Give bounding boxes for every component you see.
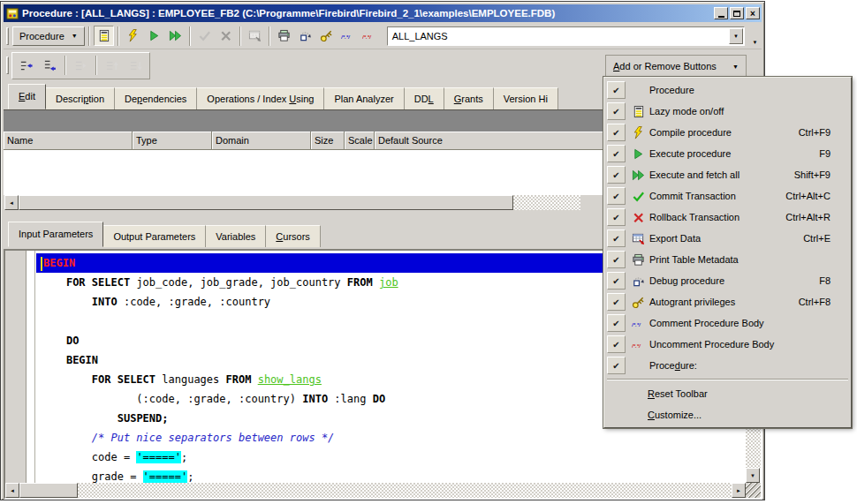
scrollbar-track[interactable] <box>78 483 732 498</box>
menu-item-icon-slot <box>630 147 647 161</box>
toolbar-options-button[interactable]: ▼ <box>748 25 762 48</box>
tab-dependencies[interactable]: Dependencies <box>115 87 197 109</box>
column-header-name[interactable]: Name <box>4 132 133 149</box>
window-title: Procedure : [ALL_LANGS] : EMPLOYEE_FB2 (… <box>19 8 710 19</box>
column-header-type[interactable]: Type <box>133 132 212 149</box>
procedure-selector-combobox[interactable]: ALL_LANGS ▼ <box>387 26 745 46</box>
menu-item-icon-slot <box>630 232 647 245</box>
minimize-button[interactable] <box>714 7 728 19</box>
comment-icon: /*.*/ <box>341 29 354 42</box>
scrollbar-track[interactable] <box>513 195 580 210</box>
compile-button[interactable] <box>123 26 143 46</box>
toolbar-buttons: /*.*//*.*/ <box>94 26 379 46</box>
menu-item-label: Lazy mode on/off <box>649 106 724 117</box>
scroll-right-button[interactable]: ► <box>732 483 746 498</box>
code-line[interactable]: grade = '====='; <box>41 467 746 483</box>
menu-item-compile-procedure[interactable]: ✔Compile procedureCtrl+F9 <box>605 122 850 143</box>
toolbar-grip[interactable] <box>6 27 9 45</box>
menu-item-label: Execute procedure <box>649 148 731 159</box>
scroll-left-button[interactable]: ◄ <box>4 195 19 210</box>
combobox-dropdown-arrow[interactable]: ▼ <box>729 28 743 44</box>
tab-edit[interactable]: Edit <box>8 84 46 109</box>
debug-button[interactable] <box>295 26 315 46</box>
tab-plan-analyzer[interactable]: Plan Analyzer <box>324 87 404 109</box>
table-link[interactable]: show_langs <box>258 373 322 386</box>
scroll-down-button[interactable]: ▼ <box>746 468 760 483</box>
menu-item-label: Compile procedure <box>649 127 732 138</box>
toolbar-grip[interactable] <box>6 56 9 74</box>
sql-text: grade = <box>41 470 143 483</box>
table-link[interactable]: job <box>379 276 398 289</box>
tab-ddl[interactable]: DDL <box>405 87 444 109</box>
tab-version-hi[interactable]: Version Hi <box>494 87 558 109</box>
scrollbar-thumb[interactable] <box>19 483 78 498</box>
menu-item-label: Debug procedure <box>649 275 724 286</box>
scroll-left-button[interactable]: ◄ <box>5 483 19 498</box>
maximize-button[interactable] <box>730 7 744 19</box>
menu-item-shortcut: Ctrl+Alt+C <box>785 191 850 201</box>
menu-item-debug-procedure[interactable]: ✔Debug procedureF8 <box>605 270 850 291</box>
column-header-scale[interactable]: Scale <box>345 132 375 149</box>
menu-item-export-data[interactable]: ✔Export DataCtrl+E <box>605 228 850 249</box>
menu-item-execute-and-fetch-all[interactable]: ✔Execute and fetch allShift+F9 <box>605 164 850 185</box>
menu-item-autogrant-privileges[interactable]: ✔Autogrant privilegesCtrl+F8 <box>605 291 850 312</box>
code-line[interactable]: code = '====='; <box>41 448 746 467</box>
menu-item-lazy-mode-on-off[interactable]: ✔Lazy mode on/off <box>605 101 850 122</box>
code-line[interactable]: /* Put nice separators between rows */ <box>41 428 746 448</box>
add-remove-buttons-button[interactable]: Add or Remove Buttons ▼ <box>605 55 747 78</box>
menu-item-procedure[interactable]: ✔Procedure: <box>605 355 850 376</box>
editor-hscrollbar[interactable]: ◄ ► <box>5 483 746 498</box>
sql-string: '=====' <box>143 470 188 483</box>
menu-item-execute-procedure[interactable]: ✔Execute procedureF9 <box>605 143 850 164</box>
tab-description[interactable]: Description <box>46 87 115 109</box>
close-button[interactable]: × <box>746 7 760 19</box>
menu-item-reset-toolbar[interactable]: Reset Toolbar <box>605 383 850 404</box>
menu-item-commit-transaction[interactable]: ✔Commit TransactionCtrl+Alt+C <box>605 185 850 207</box>
menu-item-comment-procedure-body[interactable]: ✔/*.*/Comment Procedure Body <box>605 312 850 334</box>
tab-operations-index-using[interactable]: Operations / Index Using <box>197 87 324 109</box>
print-icon <box>632 253 645 267</box>
execute-fetch-button[interactable] <box>165 26 186 46</box>
print-button[interactable] <box>274 26 294 46</box>
sql-text <box>41 412 118 425</box>
procedure-menu-button[interactable]: Procedure ▼ <box>12 26 85 46</box>
lazy-mode-button[interactable] <box>94 26 114 46</box>
tab-input-parameters[interactable]: Input Parameters <box>8 222 103 247</box>
tab-variables[interactable]: Variables <box>206 225 266 247</box>
column-header-size[interactable]: Size <box>311 132 345 149</box>
sql-text: (:code, :grade, :country) <box>41 393 302 405</box>
menu-item-shortcut: Ctrl+Alt+R <box>785 212 850 222</box>
column-header-domain[interactable]: Domain <box>212 132 311 149</box>
menu-item-procedure[interactable]: ✔Procedure <box>605 79 850 101</box>
svg-text:/*.*/: /*.*/ <box>341 34 351 40</box>
comment-button[interactable]: /*.*/ <box>337 26 358 46</box>
toolbar-separator <box>88 26 90 46</box>
sql-text: ; <box>181 451 187 463</box>
sql-keyword: INTO <box>92 296 118 308</box>
move-right-icon <box>74 59 87 72</box>
tab-grants[interactable]: Grants <box>444 87 494 109</box>
checkmark: ✔ <box>607 357 626 374</box>
checkmark: ✔ <box>607 293 626 311</box>
menu-item-customize[interactable]: Customize... <box>605 404 850 425</box>
grid-hscrollbar[interactable]: ◄ <box>4 195 580 210</box>
resize-grip[interactable] <box>746 483 761 498</box>
checkmark: ✔ <box>607 187 626 205</box>
insert-variable-button[interactable] <box>38 55 62 77</box>
menu-item-rollback-transaction[interactable]: ✔Rollback TransactionCtrl+Alt+R <box>605 207 850 228</box>
uncomment-button[interactable]: /*.*/ <box>359 26 379 46</box>
insert-parameter-button[interactable] <box>14 55 38 77</box>
autogrant-icon <box>632 296 645 309</box>
tab-cursors[interactable]: Cursors <box>266 225 321 247</box>
execute-button[interactable] <box>144 26 164 46</box>
scrollbar-thumb[interactable] <box>19 195 513 210</box>
svg-text:/*.*/: /*.*/ <box>632 342 641 348</box>
sql-keyword: SUSPEND; <box>118 412 169 425</box>
menu-item-print-table-metadata[interactable]: ✔Print Table Metadata <box>605 249 850 270</box>
autogrant-button[interactable] <box>316 26 337 46</box>
menu-item-uncomment-procedure-body[interactable]: ✔/*.*/Uncomment Procedure Body <box>605 334 850 355</box>
sql-text <box>373 276 379 289</box>
tab-output-parameters[interactable]: Output Parameters <box>103 225 206 247</box>
insert-variable-icon <box>43 59 57 72</box>
title-bar[interactable]: Procedure : [ALL_LANGS] : EMPLOYEE_FB2 (… <box>4 4 762 22</box>
